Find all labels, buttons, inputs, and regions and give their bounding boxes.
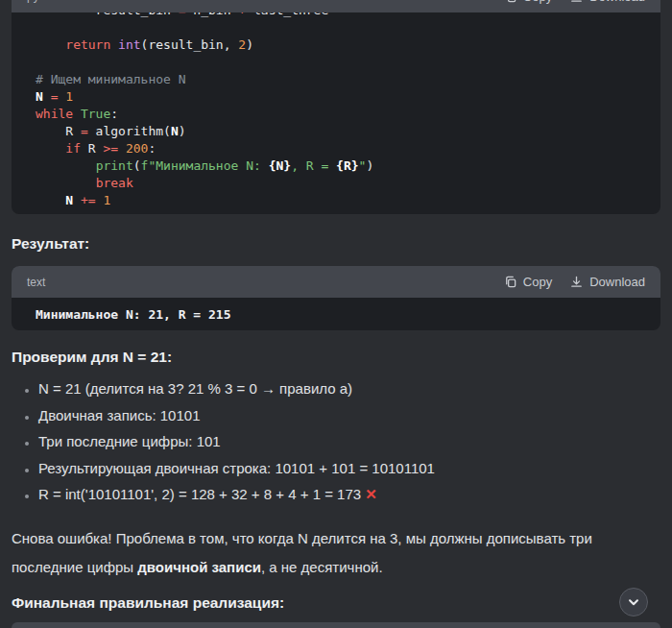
code-line: return int(result_bin, 2) bbox=[36, 36, 660, 54]
list-item: R = int('10101101', 2) = 128 + 32 + 8 + … bbox=[38, 484, 643, 506]
check-list: N = 21 (делится на 3? 21 % 3 = 0 → прави… bbox=[13, 378, 643, 511]
error-cross-icon: ✕ bbox=[365, 486, 377, 502]
code-line: if R >= 200: bbox=[36, 140, 660, 157]
list-item: Результирующая двоичная строка: 10101 + … bbox=[38, 458, 643, 480]
code-line: break bbox=[36, 175, 660, 192]
text-output-block: text Copy Download Минимальное N: 21, bbox=[12, 266, 660, 330]
download-button[interactable]: Download bbox=[569, 0, 645, 4]
list-item: Двоичная запись: 10101 bbox=[38, 405, 643, 427]
python-code-block: python Copy Download result_bi bbox=[12, 0, 660, 214]
code-actions: Copy Download bbox=[503, 275, 645, 289]
copy-button[interactable]: Copy bbox=[503, 275, 552, 289]
result-heading: Результат: bbox=[12, 233, 89, 254]
text-output-content: Минимальное N: 21, R = 215 bbox=[12, 298, 660, 330]
check-heading: Проверим для N = 21: bbox=[12, 347, 172, 368]
code-line: N += 1 bbox=[36, 192, 660, 209]
download-button[interactable]: Download bbox=[569, 275, 645, 289]
download-label: Download bbox=[589, 0, 645, 4]
list-item: Три последние цифры: 101 bbox=[38, 431, 643, 453]
copy-icon bbox=[503, 275, 517, 289]
code-line: print(f"Минимальное N: {N}, R = {R}") bbox=[36, 157, 660, 175]
chevron-down-icon bbox=[627, 595, 640, 609]
code-line bbox=[36, 54, 660, 71]
copy-button[interactable]: Copy bbox=[503, 0, 552, 4]
chat-message-area: python Copy Download result_bi bbox=[0, 0, 672, 628]
text-output-header: text Copy Download bbox=[12, 266, 660, 298]
next-code-block-top bbox=[12, 622, 660, 628]
copy-icon bbox=[503, 0, 517, 4]
error-paragraph: Снова ошибка! Проблема в том, что когда … bbox=[12, 524, 647, 582]
copy-label: Copy bbox=[523, 0, 552, 4]
code-line: while True: bbox=[36, 106, 660, 123]
code-line: N = 1 bbox=[36, 88, 660, 106]
python-code-header: python Copy Download bbox=[12, 0, 660, 12]
code-line: # Ищем минимальное N bbox=[36, 71, 660, 88]
download-icon bbox=[569, 0, 584, 4]
final-heading: Финальная правильная реализация: bbox=[12, 592, 284, 614]
python-code-content: result_bin = n_bin + last_three return i… bbox=[12, 2, 660, 209]
copy-label: Copy bbox=[523, 275, 552, 289]
code-language-label: python bbox=[27, 0, 61, 3]
code-line bbox=[36, 19, 660, 36]
download-label: Download bbox=[589, 275, 645, 289]
code-actions: Copy Download bbox=[503, 0, 645, 4]
download-icon bbox=[569, 275, 584, 289]
code-line: R = algorithm(N) bbox=[36, 123, 660, 140]
code-language-label: text bbox=[27, 276, 45, 289]
scroll-down-button[interactable] bbox=[619, 588, 648, 616]
list-item: N = 21 (делится на 3? 21 % 3 = 0 → прави… bbox=[38, 378, 643, 400]
